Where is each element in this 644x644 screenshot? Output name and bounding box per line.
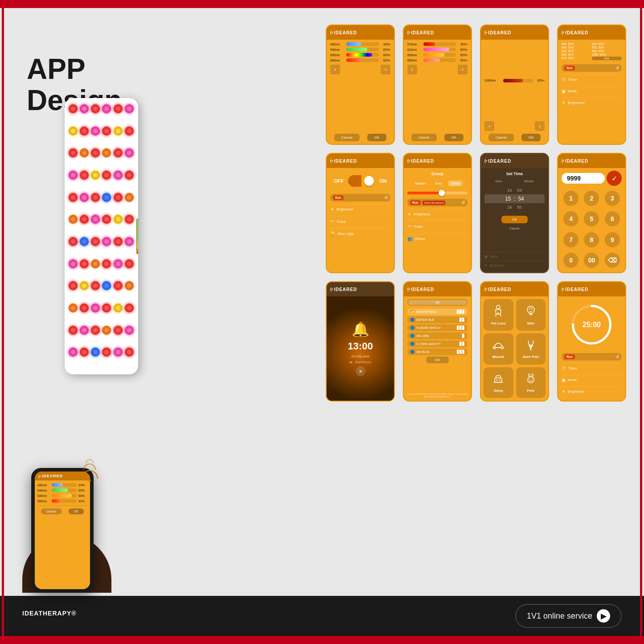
mode-joint-pain[interactable]: Joint Pain [516, 333, 546, 364]
screen-header-2: (• IDEARED [404, 25, 471, 40]
run-bar-12: Run ↺ [562, 353, 622, 361]
key-6[interactable]: 6 [605, 211, 620, 226]
edit-button-4[interactable]: Edit [592, 57, 622, 60]
setting-brightness-12[interactable]: ☀ Brightness [562, 386, 622, 396]
setting-bluelight-5[interactable]: 💡 Blue Light [330, 229, 390, 238]
led [91, 348, 100, 357]
ok-button-3[interactable]: OK [521, 134, 541, 141]
time-col-headers: Hour Minute [484, 179, 545, 184]
close-alarm-btn[interactable]: ✕ [356, 366, 365, 376]
group-title: Group [407, 171, 468, 177]
bt-device-3[interactable]: 🔵 HUAWEI WATCH ▊▊▊ [407, 324, 468, 331]
ok-button-2[interactable]: OK [444, 134, 464, 141]
ok-btn[interactable]: OK [69, 509, 84, 514]
led [91, 304, 100, 312]
service-button[interactable]: 1V1 online service ▶ [515, 604, 622, 628]
setting-brightness-6[interactable]: ☀ Brightness [407, 209, 468, 219]
screen-header-3: (• IDEARED [481, 25, 548, 40]
setting-timer-12[interactable]: ⏱ Timer [562, 363, 622, 373]
dim-settings: ▣ Mode ☀ Brightness [484, 252, 545, 270]
led [102, 193, 111, 202]
prev-btn-3[interactable]: ‹ [484, 121, 494, 131]
key-5[interactable]: 5 [584, 211, 599, 226]
time-ok-btn[interactable]: OK [484, 216, 545, 223]
key-backspace[interactable]: ⌫ [605, 253, 620, 268]
time-row-15-54[interactable]: 15 : 54 [484, 194, 545, 203]
svg-point-14 [528, 377, 534, 383]
cancel-button-3[interactable]: Cancel [488, 134, 514, 141]
phone-screen-buttons: Cancel OK [37, 509, 87, 514]
led-grid [67, 103, 136, 370]
led [114, 304, 123, 312]
mode-sleep[interactable]: Sleep [484, 367, 513, 398]
setting-mode-4[interactable]: ▣ Mode [562, 86, 622, 96]
key-0[interactable]: 0 [563, 253, 578, 268]
mode-fat-loss[interactable]: Fat Loss [484, 299, 513, 331]
cancel-button-2[interactable]: Cancel [411, 134, 437, 141]
bt-ok-row: OK [407, 357, 468, 363]
led [114, 127, 123, 135]
wl-480: 480nm 45%› [330, 42, 390, 46]
key-3[interactable]: 3 [605, 191, 620, 206]
bt-device-2[interactable]: 🔵 EDFEW BLE ▊▊ [407, 316, 468, 323]
setting-pulse-6[interactable]: 〜 Pulse [407, 221, 468, 232]
next-btn-2[interactable]: › [458, 65, 468, 74]
led [69, 304, 78, 312]
bell-icon: 🔔 [352, 321, 369, 338]
screen-toggle-5: (• IDEARED OFF ON Run ↺ ☀ Brightness 〜 [326, 153, 395, 273]
signal-3: ▊▊▊ [457, 326, 465, 330]
ok-button-1[interactable]: OK [367, 134, 387, 141]
skin-label: Skin [527, 321, 534, 325]
setting-timer-4[interactable]: ⏱ Timer [562, 74, 622, 84]
bt-icon-2: 🔵 [410, 318, 414, 322]
led [114, 237, 123, 246]
next-btn[interactable]: › [381, 65, 390, 74]
mode-pets[interactable]: Pets [516, 367, 546, 398]
setting-brightness-5[interactable]: ☀ Brightness [330, 204, 390, 214]
key-1[interactable]: 1 [563, 191, 578, 206]
numpad-confirm[interactable]: ✓ [607, 171, 622, 186]
prev-btn[interactable]: ‹ [330, 65, 340, 74]
screen-body-2: 870nm 35%› 810nm 80%› 830nm 65%› 850nm 5… [404, 40, 471, 144]
led [102, 104, 111, 113]
bt-ok-button[interactable]: OK [426, 357, 449, 363]
cancel-button-1[interactable]: Cancel [334, 134, 360, 141]
time-cancel-btn[interactable]: Cancel [484, 227, 545, 230]
cancel-btn[interactable]: Cancel [41, 509, 62, 514]
mode-muscle[interactable]: Muscle [484, 333, 513, 364]
bt-device-4[interactable]: 🔵 HB-c3eB ▊ [407, 332, 468, 339]
prev-btn-2[interactable]: ‹ [407, 65, 417, 74]
bt-device-connected[interactable]: 📶 Mto205I738A0 ▊▊▊ [407, 308, 468, 315]
key-9[interactable]: 9 [605, 232, 620, 247]
wl-1060: 1060nm 65%› [484, 79, 545, 82]
led [91, 215, 100, 224]
svg-point-8 [493, 347, 496, 349]
setting-group-6[interactable]: 👥 Group [407, 234, 468, 243]
start-pause-btn[interactable]: Start/Pause [355, 361, 372, 364]
next-btn-3[interactable]: › [535, 121, 545, 131]
toggle-switch[interactable] [348, 175, 375, 187]
signal-5: ▊▊ [459, 342, 465, 346]
setting-brightness-4[interactable]: ☀ Brightness [562, 98, 622, 107]
signal-2: ▊▊ [459, 318, 465, 322]
led [102, 237, 111, 246]
mode-skin[interactable]: Skin [516, 299, 546, 331]
led [69, 148, 78, 157]
logo-8: (• IDEARED [562, 159, 588, 164]
tab-solo[interactable]: Solo [432, 180, 445, 186]
key-2[interactable]: 2 [584, 191, 599, 206]
key-00[interactable]: 00 [584, 253, 599, 268]
setting-pulse-5[interactable]: 〜 Pulse [330, 216, 390, 227]
slider-thumb[interactable] [439, 190, 445, 196]
key-4[interactable]: 4 [563, 211, 578, 226]
led [125, 104, 134, 113]
setting-mode-12[interactable]: ▣ Mode [562, 375, 622, 385]
bt-tab-all[interactable]: All [408, 300, 467, 305]
bt-device-5[interactable]: 🔵 O_Hello watch 3+ ▊▊ [407, 340, 468, 347]
bt-device-6[interactable]: 🔵 Idid BL0b ▊▊▊ [407, 349, 468, 355]
tab-slave[interactable]: Slave [448, 180, 463, 186]
key-8[interactable]: 8 [584, 232, 599, 247]
key-7[interactable]: 7 [563, 232, 578, 247]
tab-master[interactable]: Master [412, 180, 428, 186]
run-bar-4: Run ↺ [562, 64, 622, 72]
